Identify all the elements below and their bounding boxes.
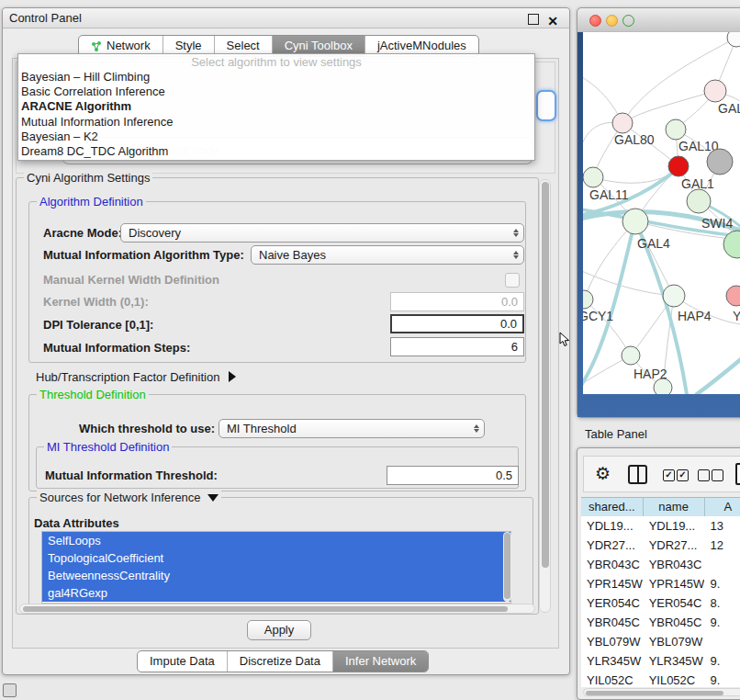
network-node[interactable]: [654, 378, 672, 394]
network-node[interactable]: [666, 119, 686, 140]
stepper-arrows-icon: [513, 224, 519, 242]
network-node[interactable]: [612, 113, 633, 133]
sources-toggle[interactable]: Sources for Network Inference: [37, 491, 221, 504]
network-view-frame: GALGAL80GAL10GAL1GAL11SWI4GAL4GCY1HAP4YH…: [577, 32, 740, 417]
network-node[interactable]: [707, 149, 733, 175]
table-cell: YIL052C: [644, 671, 705, 687]
network-node[interactable]: [663, 285, 685, 307]
table-body: YDL19...YDL19...13YDR27...YDR27...12YBR0…: [581, 516, 740, 687]
network-window-titlebar[interactable]: [577, 8, 740, 32]
column-header[interactable]: name: [644, 498, 705, 517]
network-node[interactable]: [687, 189, 711, 213]
tab-impute-data[interactable]: Impute Data: [138, 651, 227, 672]
table-cell: 13: [704, 516, 740, 536]
table-cell: YLR345W: [581, 651, 644, 671]
network-node[interactable]: [622, 346, 640, 365]
kernel-width-input[interactable]: 0.0: [390, 292, 524, 311]
network-canvas[interactable]: GALGAL80GAL10GAL1GAL11SWI4GAL4GCY1HAP4YH…: [583, 32, 740, 394]
table-row[interactable]: YLR345WYLR345W9.: [581, 651, 740, 671]
scrollbar-thumb[interactable]: [23, 606, 508, 612]
algorithm-option[interactable]: Mutual Information Inference: [18, 115, 534, 130]
close-icon[interactable]: ✕: [547, 11, 558, 31]
gear-icon[interactable]: ⚙: [595, 462, 611, 486]
table-panel-title: Table Panel: [585, 427, 647, 441]
network-node[interactable]: [583, 290, 593, 309]
algorithm-option[interactable]: Basic Correlation Inference: [18, 85, 534, 99]
table-horizontal-scrollbar[interactable]: [583, 688, 740, 696]
stepper-arrows-icon: [474, 420, 479, 437]
algorithm-option[interactable]: Dream8 DC_TDC Algorithm: [18, 144, 534, 159]
data-attributes-list[interactable]: SelfLoopsTopologicalCoefficientBetweenne…: [41, 531, 511, 604]
attribute-list-item[interactable]: SelfLoops: [42, 532, 510, 549]
apply-button[interactable]: Apply: [247, 620, 311, 640]
network-edge-highlighted[interactable]: [697, 359, 740, 394]
which-threshold-combo[interactable]: MI Threshold: [219, 419, 485, 438]
table-cell: YDL19...: [644, 516, 705, 536]
select-all-checkbox2-icon[interactable]: ✓: [677, 469, 689, 481]
network-node-label: SWI4: [701, 216, 733, 231]
settings-vertical-scrollbar[interactable]: [539, 179, 551, 613]
table-cell: [704, 555, 740, 574]
network-node[interactable]: [622, 209, 648, 234]
float-window-icon[interactable]: [528, 14, 539, 25]
scrollbar-thumb[interactable]: [542, 182, 549, 568]
scrollbar-thumb[interactable]: [586, 691, 723, 695]
manual-kernel-width-checkbox[interactable]: [505, 273, 520, 288]
column-header[interactable]: shared...: [581, 498, 644, 517]
table-row[interactable]: YBL079WYBL079W: [581, 632, 740, 651]
aracne-mode-label: Aracne Mode:: [43, 223, 122, 243]
network-node-label: GAL4: [637, 236, 670, 251]
new-table-icon[interactable]: [735, 463, 740, 485]
network-node[interactable]: [704, 80, 726, 102]
network-view-window: GALGAL80GAL10GAL1GAL11SWI4GAL4GCY1HAP4YH…: [577, 7, 740, 418]
network-node[interactable]: [726, 286, 740, 306]
table-row[interactable]: YDL19...YDL19...13: [581, 516, 740, 536]
collapsed-panel-icon[interactable]: [3, 683, 17, 697]
network-node[interactable]: [727, 32, 740, 47]
attribute-list-item[interactable]: gal4RGexp: [42, 584, 510, 602]
table-cell: YBR045C: [644, 613, 705, 632]
aracne-mode-combo[interactable]: Discovery: [120, 223, 524, 243]
settings-horizontal-scrollbar[interactable]: [19, 604, 535, 614]
stepper-arrows-icon: [513, 246, 519, 264]
network-node[interactable]: [668, 156, 689, 176]
network-node-label: GAL11: [589, 187, 629, 202]
control-panel-titlebar[interactable]: Control Panel ✕: [3, 8, 569, 28]
attribute-list-item[interactable]: BetweennessCentrality: [42, 567, 510, 584]
table-row[interactable]: YBR043CYBR043C: [581, 555, 740, 574]
tab-infer-network[interactable]: Infer Network: [332, 651, 428, 672]
zoom-traffic-icon[interactable]: [622, 15, 634, 27]
algorithm-option[interactable]: Bayesian – K2: [18, 130, 534, 144]
column-header[interactable]: A: [705, 498, 740, 517]
hub-definition-toggle[interactable]: Hub/Transcription Factor Definition: [36, 367, 236, 387]
dpi-tolerance-input[interactable]: 0.0: [390, 314, 524, 333]
deselect-checkbox2-icon[interactable]: [712, 469, 723, 481]
manual-kernel-width-label: Manual Kernel Width Definition: [43, 270, 219, 289]
deselect-checkbox-icon[interactable]: [698, 469, 710, 481]
algorithm-combo-fragment[interactable]: [536, 90, 556, 121]
column-layout-icon[interactable]: [628, 465, 647, 484]
expand-right-icon: [229, 371, 236, 382]
mi-threshold-input[interactable]: 0.5: [387, 466, 519, 485]
table-row[interactable]: YIL052CYIL052C9.: [581, 671, 740, 687]
mi-algorithm-type-combo[interactable]: Naive Bayes: [251, 245, 524, 265]
table-row[interactable]: YBR045CYBR045C9.: [581, 613, 740, 632]
table-row[interactable]: YDR27...YDR27...12: [581, 536, 740, 555]
algorithm-option[interactable]: Bayesian – Hill Climbing: [18, 70, 534, 85]
network-node-label: GCY1: [583, 309, 613, 323]
table-toolbar: ⚙ ✓ ✓: [583, 456, 740, 492]
group-title: Threshold Definition: [37, 388, 149, 401]
table-cell: YDL19...: [581, 516, 644, 536]
select-all-checkbox-icon[interactable]: ✓: [663, 469, 675, 481]
attribute-list-item[interactable]: TopologicalCoefficient: [42, 549, 510, 567]
attributes-list-scrollbar[interactable]: [503, 532, 511, 602]
algorithm-option[interactable]: ARACNE Algorithm: [18, 99, 534, 114]
minimize-traffic-icon[interactable]: [606, 15, 618, 27]
tab-discretize-data[interactable]: Discretize Data: [227, 651, 332, 672]
close-traffic-icon[interactable]: [589, 15, 601, 27]
network-node[interactable]: [583, 167, 603, 187]
table-row[interactable]: YPR145WYPR145W9.: [581, 574, 740, 593]
scrollbar-thumb[interactable]: [504, 533, 510, 599]
mi-steps-input[interactable]: 6: [390, 337, 524, 356]
table-row[interactable]: YER054CYER054C8.: [581, 593, 740, 613]
